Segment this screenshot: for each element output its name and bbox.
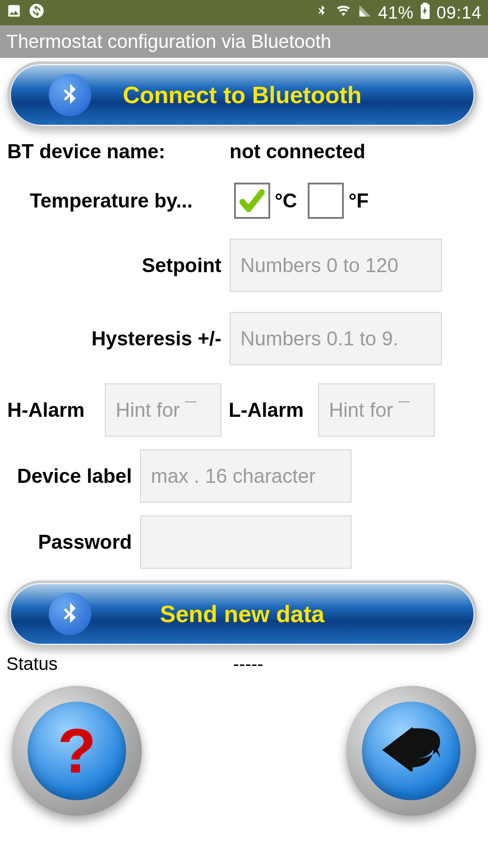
device-label-row: Device label [4, 449, 484, 503]
signal-icon [358, 3, 372, 22]
back-arrow-icon [375, 721, 447, 781]
hysteresis-row: Hysteresis +/- [4, 312, 484, 365]
bluetooth-icon [315, 3, 328, 22]
temperature-unit-row: Temperature by... °C °F [4, 183, 484, 219]
connect-bluetooth-button[interactable]: Connect to Bluetooth [7, 61, 477, 128]
bt-device-row: BT device name: not connected [4, 140, 484, 163]
celsius-checkbox[interactable] [234, 183, 270, 219]
setpoint-input[interactable] [230, 239, 442, 292]
connect-label: Connect to Bluetooth [123, 81, 362, 108]
back-button[interactable] [346, 686, 476, 816]
status-row: Status ----- [4, 654, 484, 674]
help-button[interactable]: ? [12, 686, 142, 816]
hysteresis-input[interactable] [230, 312, 442, 365]
battery-percent: 41% [378, 3, 414, 23]
h-alarm-input[interactable] [105, 383, 221, 437]
l-alarm-input[interactable] [318, 383, 435, 437]
status-label: Status [6, 654, 233, 674]
fahrenheit-unit-label: °F [348, 189, 368, 212]
send-label: Send new data [160, 600, 324, 627]
svg-rect-2 [423, 3, 427, 5]
bluetooth-icon [49, 593, 91, 635]
battery-charging-icon [420, 3, 430, 23]
sync-icon [29, 3, 44, 22]
password-input[interactable] [140, 515, 352, 569]
h-alarm-label: H-Alarm [4, 399, 105, 421]
status-left-icons [6, 3, 44, 22]
bt-device-label: BT device name: [4, 140, 230, 163]
image-icon [6, 3, 22, 22]
status-value: ----- [233, 654, 263, 674]
hysteresis-label: Hysteresis +/- [4, 327, 230, 350]
send-data-button[interactable]: Send new data [7, 580, 477, 647]
setpoint-label: Setpoint [4, 254, 230, 277]
app-title: Thermostat configuration via Bluetooth [6, 31, 331, 52]
clock: 09:14 [436, 3, 482, 23]
android-status-bar: 41% 09:14 [0, 0, 488, 25]
wifi-icon [335, 3, 352, 22]
password-row: Password [4, 515, 484, 569]
l-alarm-label: L-Alarm [221, 399, 318, 421]
device-label-label: Device label [4, 465, 140, 487]
device-label-input[interactable] [140, 449, 352, 503]
checkmark-icon [238, 186, 267, 215]
bt-device-value: not connected [230, 140, 366, 163]
app-bar: Thermostat configuration via Bluetooth [0, 25, 488, 58]
temperature-label: Temperature by... [4, 189, 234, 212]
question-icon: ? [57, 714, 96, 788]
bluetooth-icon [49, 74, 91, 116]
password-label: Password [4, 531, 140, 553]
status-right-icons: 41% 09:14 [315, 3, 482, 23]
setpoint-row: Setpoint [4, 239, 484, 292]
alarm-row: H-Alarm L-Alarm [4, 383, 484, 437]
celsius-unit-label: °C [275, 189, 297, 212]
fahrenheit-checkbox[interactable] [308, 183, 344, 219]
